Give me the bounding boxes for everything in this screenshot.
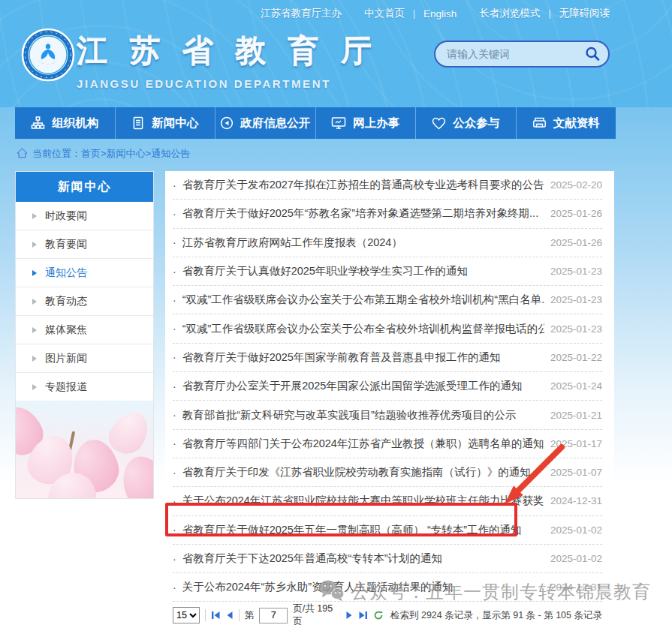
prev-page-icon[interactable]	[226, 611, 234, 620]
news-title-link[interactable]: 省教育厅关于下达2025年普通高校“专转本”计划的通知	[182, 551, 544, 566]
news-title-link[interactable]: “双减”工作省级联席会议办公室关于公布第五期全省校外培训机构“黑白名单...	[182, 293, 544, 307]
site-subtitle: JIANGSU EDUCATION DEPARTMENT	[77, 77, 378, 90]
news-date: 2025-01-23	[550, 266, 602, 277]
bullet-icon: ·	[173, 208, 176, 220]
nav-item-label: 文献资料	[553, 116, 600, 131]
sidebar: 新闻中心 时政要闻 教育要闻 通知公告 教育动态 媒体聚焦 图片新闻 专题报道	[15, 171, 154, 499]
news-list-item[interactable]: · “双减”工作省级联席会议办公室关于公布全省校外培训机构监督举报电话的公...…	[173, 314, 602, 343]
sidebar-item-label: 教育动态	[45, 295, 87, 308]
triangle-marker-icon	[32, 299, 37, 305]
first-page-icon[interactable]	[211, 611, 221, 620]
news-list-item[interactable]: · 省教育厅等四部门关于公布2024年江苏省产业教授（兼职）选聘名单的通知 20…	[173, 430, 602, 458]
news-title-link[interactable]: 省教育厅关于认真做好2025年职业学校学生实习工作的通知	[182, 264, 544, 278]
nav-item[interactable]: 网上办事	[316, 107, 417, 139]
bullet-icon: ·	[173, 266, 176, 278]
sidebar-item[interactable]: 教育要闻	[16, 230, 153, 259]
news-title-link[interactable]: 省教育厅关于做好2025年国家学前教育普及普惠县申报工作的通知	[182, 350, 544, 365]
sidebar-item-label: 时政要闻	[45, 209, 87, 223]
news-list-item[interactable]: · 省教育厅关于印发《江苏省职业院校劳动教育实施指南（试行）》的通知 2025-…	[173, 458, 602, 487]
news-title-link[interactable]: 省教育厅办公室关于开展2025年国家公派出国留学选派受理工作的通知	[182, 379, 544, 393]
breadcrumb: 当前位置：首页>新闻中心>通知公告	[17, 147, 190, 161]
nav-item[interactable]: 公众参与	[416, 107, 517, 139]
news-title-link[interactable]: 江苏省教育厅政府网站工作年度报表（2024）	[182, 236, 544, 250]
news-list-item[interactable]: · 教育部首批“新文科研究与改革实践项目”结题验收推荐优秀项目的公示 2025-…	[173, 401, 602, 429]
sidebar-item[interactable]: 时政要闻	[16, 202, 153, 230]
news-list-item[interactable]: · 省教育厅办公室关于开展2025年国家公派出国留学选派受理工作的通知 2025…	[173, 372, 602, 401]
news-title-link[interactable]: 省教育厅等四部门关于公布2024年江苏省产业教授（兼职）选聘名单的通知	[182, 437, 544, 451]
magnolia-flower-image	[16, 401, 153, 498]
news-list-item[interactable]: · 关于公布2024年“苏乡永助”资助育人主题活动结果的通知 2024-12-3…	[173, 573, 602, 602]
bullet-icon: ·	[173, 294, 176, 306]
sidebar-item[interactable]: 教育动态	[16, 287, 153, 316]
news-list-item[interactable]: · “双减”工作省级联席会议办公室关于公布第五期全省校外培训机构“黑白名单...…	[173, 286, 602, 314]
sidebar-item[interactable]: 专题报道	[16, 373, 153, 401]
news-list-item[interactable]: · 省教育厅关于发布2027年拟在江苏招生的普通高校专业选考科目要求的公告 20…	[173, 171, 602, 200]
refresh-icon[interactable]	[373, 610, 384, 620]
news-date: 2025-01-26	[550, 208, 602, 219]
triangle-marker-icon	[32, 270, 37, 276]
nav-item[interactable]: 文献资料	[517, 107, 616, 139]
news-list-item[interactable]: · 省教育厅关于做好2025年国家学前教育普及普惠县申报工作的通知 2025-0…	[173, 344, 602, 372]
triangle-marker-icon	[32, 213, 37, 219]
nav-item-label: 组织机构	[52, 116, 98, 131]
news-title-link[interactable]: 关于公布2024年江苏省职业院校技能大赛中等职业学校班主任能力比赛获奖	[182, 494, 544, 508]
main-nav: 组织机构 新闻中心 政府信息公开 网上办事 公众参与 文献资料	[15, 107, 616, 139]
monitor-icon	[331, 116, 346, 130]
nav-item[interactable]: 新闻中心	[116, 107, 216, 139]
bullet-icon: ·	[173, 467, 176, 479]
news-date: 2025-01-21	[550, 410, 602, 421]
nav-item[interactable]: 政府信息公开	[215, 107, 316, 139]
last-page-icon[interactable]	[358, 611, 368, 620]
news-date: 2025-01-22	[550, 352, 602, 363]
news-list-item[interactable]: · 省教育厅关于做好2025年“苏教名家”培养对象遴选暨第二期培养对象终期...…	[173, 200, 602, 228]
topbar-link[interactable]: 无障碍阅读	[559, 7, 610, 20]
page-label: 第	[245, 609, 255, 622]
bullet-icon: ·	[173, 409, 176, 421]
divider	[205, 609, 206, 621]
topbar-link[interactable]: 中文首页	[364, 7, 405, 20]
nav-item-label: 公众参与	[453, 116, 499, 131]
news-title-link[interactable]: 省教育厅关于印发《江苏省职业院校劳动教育实施指南（试行）》的通知	[182, 465, 544, 479]
news-list: · 省教育厅关于发布2027年拟在江苏招生的普通高校专业选考科目要求的公告 20…	[173, 171, 602, 602]
sidebar-item[interactable]: 媒体聚焦	[16, 316, 153, 344]
news-title-link[interactable]: 省教育厅关于发布2027年拟在江苏招生的普通高校专业选考科目要求的公告	[182, 178, 544, 192]
bullet-icon: ·	[173, 380, 176, 392]
nav-item[interactable]: 组织机构	[15, 107, 116, 139]
bullet-icon: ·	[173, 323, 176, 335]
news-list-item[interactable]: · 省教育厅关于做好2025年五年一贯制高职（高师） “专转本”工作的通知 20…	[173, 516, 602, 545]
news-date: 2025-02-20	[550, 179, 602, 191]
news-date: 2025-01-24	[550, 380, 602, 392]
search-icon[interactable]	[584, 46, 601, 62]
topbar-link[interactable]: 江苏省教育厅主办	[261, 7, 342, 20]
news-date: 2025-01-26	[550, 237, 602, 248]
bullet-icon: ·	[173, 179, 176, 191]
news-date: 2025-01-23	[550, 294, 602, 305]
topbar-link[interactable]: 长者浏览模式	[479, 7, 540, 20]
bullet-icon: ·	[173, 495, 176, 507]
triangle-marker-icon	[32, 327, 37, 333]
topbar-group: 江苏省教育厅主办	[261, 7, 342, 20]
news-title-link[interactable]: 省教育厅关于做好2025年“苏教名家”培养对象遴选暨第二期培养对象终期...	[182, 206, 544, 221]
sidebar-item[interactable]: 图片新闻	[16, 344, 153, 373]
news-title-link[interactable]: “双减”工作省级联席会议办公室关于公布全省校外培训机构监督举报电话的公...	[182, 322, 544, 336]
news-title-link[interactable]: 教育部首批“新文科研究与改革实践项目”结题验收推荐优秀项目的公示	[182, 408, 544, 422]
topbar-link[interactable]: English	[423, 8, 457, 20]
next-page-icon[interactable]	[345, 611, 353, 620]
sidebar-item[interactable]: 通知公告	[16, 259, 153, 287]
page-size-select[interactable]: 15	[173, 607, 200, 623]
nav-item-label: 新闻中心	[152, 116, 198, 131]
news-title-link[interactable]: 省教育厅关于做好2025年五年一贯制高职（高师） “专转本”工作的通知	[182, 523, 544, 537]
news-title-link[interactable]: 关于公布2024年“苏乡永助”资助育人主题活动结果的通知	[182, 580, 544, 594]
news-list-item[interactable]: · 关于公布2024年江苏省职业院校技能大赛中等职业学校班主任能力比赛获奖 20…	[173, 487, 602, 515]
breadcrumb-text[interactable]: 当前位置：首页>新闻中心>通知公告	[32, 147, 190, 161]
separator: |	[548, 8, 550, 19]
news-date: 2025-01-17	[550, 438, 602, 449]
news-list-item[interactable]: · 江苏省教育厅政府网站工作年度报表（2024） 2025-01-26	[173, 229, 602, 257]
news-list-item[interactable]: · 省教育厅关于认真做好2025年职业学校学生实习工作的通知 2025-01-2…	[173, 257, 602, 286]
news-date: 2024-12-31	[550, 581, 602, 593]
search-input[interactable]	[445, 47, 584, 61]
news-list-item[interactable]: · 省教育厅关于下达2025年普通高校“专转本”计划的通知 2025-01-02	[173, 545, 602, 573]
nav-item-label: 网上办事	[353, 116, 399, 131]
page-number-input[interactable]	[259, 608, 288, 623]
divider	[239, 609, 240, 621]
